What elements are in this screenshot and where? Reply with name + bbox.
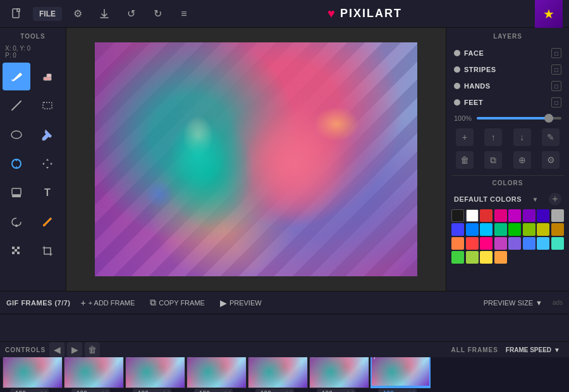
swatch-peach[interactable] <box>494 251 507 264</box>
layer-copy-btn[interactable]: ⧉ <box>484 151 502 169</box>
move-tool[interactable] <box>34 150 61 178</box>
layer-up-btn[interactable]: ↑ <box>484 128 502 146</box>
swatch-teal[interactable] <box>494 223 507 236</box>
layer-add-btn[interactable]: + <box>456 128 474 146</box>
copy-frame-button[interactable]: ⧉ COPY FRAME <box>145 295 210 310</box>
swatch-red[interactable] <box>480 209 493 222</box>
layer-settings-btn[interactable]: ⚙ <box>542 151 560 169</box>
layer-delete-btn[interactable]: 🗑 <box>456 151 474 169</box>
swatch-light-red[interactable] <box>466 237 479 250</box>
frame-time-select-2[interactable]: 100 ms <box>71 389 110 393</box>
layer-stripes[interactable]: STRIPES □ <box>451 61 564 78</box>
brush-tool[interactable] <box>34 208 61 236</box>
layer-hands[interactable]: HANDS □ <box>451 78 564 94</box>
swatch-black[interactable] <box>451 209 464 222</box>
layer-visibility-stripes[interactable]: □ <box>551 64 561 75</box>
swatch-lime[interactable] <box>451 251 464 264</box>
layer-visibility-feet[interactable]: □ <box>551 97 561 107</box>
fill-tool[interactable] <box>34 121 61 149</box>
swatch-mint[interactable] <box>551 237 564 250</box>
chevron-down-icon: ▼ <box>535 299 542 307</box>
add-color-btn[interactable]: + <box>549 193 561 205</box>
layer-name-feet: FEET <box>464 99 548 106</box>
swatch-white[interactable] <box>466 209 479 222</box>
play-icon: ▶ <box>220 298 227 308</box>
next-frame-btn[interactable]: ▶ <box>67 342 82 357</box>
colors-chevron[interactable]: ▼ <box>532 196 539 203</box>
swatch-pink[interactable] <box>494 209 507 222</box>
swatch-green[interactable] <box>508 223 521 236</box>
file-button[interactable]: FILE <box>33 7 62 21</box>
svg-rect-3 <box>47 74 51 77</box>
undo-icon[interactable]: ↺ <box>120 3 142 25</box>
layer-merge-btn[interactable]: ⊕ <box>513 151 531 169</box>
swatch-orange-brown[interactable] <box>551 223 564 236</box>
swatch-magenta[interactable] <box>508 209 521 222</box>
layer-edit-btn[interactable]: ✎ <box>542 128 560 146</box>
color-picker-tool[interactable] <box>3 150 30 178</box>
frame-time-select-4[interactable]: 100 ms <box>194 389 233 393</box>
frame-speed-label: FRAME SPEED <box>506 346 551 353</box>
star-button[interactable]: ★ <box>535 0 563 28</box>
swatch-hot-pink[interactable] <box>480 237 493 250</box>
eraser-tool[interactable] <box>34 63 61 90</box>
frame-thumb-5[interactable]: 5 100 ms ▼ <box>248 357 308 392</box>
frame-thumb-2[interactable]: 2 100 ms ▼ <box>64 357 124 392</box>
delete-frame-btn[interactable]: 🗑 <box>85 342 100 357</box>
opacity-knob[interactable] <box>544 114 553 123</box>
settings-icon[interactable]: ⚙ <box>67 3 89 25</box>
swatch-sky[interactable] <box>523 237 535 250</box>
swatch-gold[interactable] <box>480 251 493 264</box>
canvas-area[interactable] <box>66 28 446 291</box>
frame-time-select-6[interactable]: 100 ms <box>317 389 355 393</box>
layer-visibility-hands[interactable]: □ <box>551 81 561 91</box>
frame-thumb-7[interactable]: 7 100 ms ▼ <box>370 357 431 392</box>
frame-time-select-7[interactable]: 100 ms <box>378 389 417 393</box>
layer-visibility-face[interactable]: □ <box>551 48 561 58</box>
pencil-tool[interactable] <box>3 63 30 90</box>
menu-icon[interactable]: ≡ <box>173 3 195 25</box>
download-icon[interactable] <box>94 3 115 25</box>
svg-rect-18 <box>17 252 20 254</box>
swatch-cyan[interactable] <box>480 223 493 236</box>
frame-speed-btn[interactable]: FRAME SPEED ▼ <box>502 345 564 355</box>
swatch-blue[interactable] <box>451 223 464 236</box>
swatch-yellow-green[interactable] <box>523 223 535 236</box>
frame-time-select-1[interactable]: 100 ms <box>10 389 49 393</box>
swatch-light-cyan[interactable] <box>537 237 549 250</box>
frame-time-select-3[interactable]: 100 ms <box>133 389 171 393</box>
swatch-yellow-lime[interactable] <box>466 251 479 264</box>
swatch-lavender[interactable] <box>494 237 507 250</box>
frame-thumb-6[interactable]: 6 100 ms ▼ <box>309 357 369 392</box>
dither-tool[interactable] <box>3 237 30 265</box>
swatch-yellow[interactable] <box>537 223 549 236</box>
swatch-purple[interactable] <box>523 209 535 222</box>
frame-thumb-3[interactable]: 3 100 ms ▼ <box>125 357 185 392</box>
layer-face[interactable]: FACE □ <box>451 45 564 61</box>
swatch-dark-purple[interactable] <box>537 209 549 222</box>
preview-size-button[interactable]: PREVIEW SIZE ▼ <box>479 297 548 309</box>
crop-tool[interactable] <box>34 237 61 265</box>
add-frame-button[interactable]: + + ADD FRAME <box>76 296 140 310</box>
opacity-slider[interactable] <box>477 117 561 119</box>
ellipse-tool[interactable] <box>3 121 30 149</box>
frame-thumb-1[interactable]: 1 100 ms ▼ <box>3 357 63 392</box>
line-tool[interactable] <box>3 92 30 119</box>
layer-down-btn[interactable]: ↓ <box>513 128 531 146</box>
swatch-periwinkle[interactable] <box>508 237 521 250</box>
preview-button[interactable]: ▶ PREVIEW <box>215 296 267 310</box>
svg-point-6 <box>11 131 21 138</box>
canvas[interactable] <box>95 42 417 276</box>
swatch-orange[interactable] <box>451 237 464 250</box>
redo-icon[interactable]: ↻ <box>147 3 168 25</box>
frame-time-select-5[interactable]: 100 ms <box>255 389 294 393</box>
stamp-tool[interactable] <box>3 179 30 207</box>
layer-feet[interactable]: FEET □ <box>451 94 564 111</box>
rect-select-tool[interactable] <box>34 92 61 119</box>
frame-thumb-4[interactable]: 4 100 ms ▼ <box>187 357 247 392</box>
swatch-gray[interactable] <box>551 209 564 222</box>
lasso-tool[interactable] <box>3 208 30 236</box>
text-tool[interactable]: T <box>34 179 61 207</box>
prev-frame-btn[interactable]: ◀ <box>49 342 64 357</box>
swatch-light-blue[interactable] <box>466 223 479 236</box>
